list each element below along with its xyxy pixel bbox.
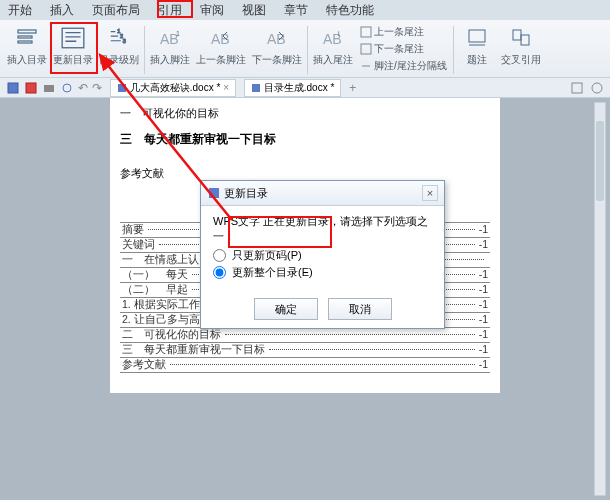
crossref-icon	[506, 23, 536, 53]
menu-section[interactable]: 章节	[284, 2, 308, 19]
svg-point-21	[63, 84, 71, 92]
menu-pagelayout[interactable]: 页面布局	[92, 2, 140, 19]
svg-rect-2	[18, 41, 32, 43]
doc-tab-1[interactable]: 几大高效秘诀.docx * ×	[110, 79, 236, 97]
toc-text: （二） 早起	[122, 283, 188, 297]
svg-text:3: 3	[123, 38, 126, 44]
ok-button[interactable]: 确定	[254, 298, 318, 320]
btn-prev-footnote[interactable]: AB 上一条脚注	[193, 22, 249, 68]
toc-text: 三 每天都重新审视一下目标	[122, 343, 265, 357]
footnote-icon: AB1	[155, 23, 185, 53]
btn-insert-toc[interactable]: 插入目录	[4, 22, 50, 68]
cancel-button[interactable]: 取消	[328, 298, 392, 320]
dialog-title: 更新目录	[224, 186, 268, 201]
radio-update-all[interactable]	[213, 266, 226, 279]
dialog-titlebar[interactable]: 更新目录 ×	[201, 181, 444, 206]
toc-page: -1	[479, 298, 488, 310]
toc-page: -1	[479, 313, 488, 325]
dialog-message: WPS文字 正在更新目录，请选择下列选项之一：	[213, 214, 432, 244]
btn-next-footnote[interactable]: AB 下一条脚注	[249, 22, 305, 68]
body-line: 一 可视化你的目标	[120, 106, 490, 121]
toc-page: -1	[479, 328, 488, 340]
radio-update-pages[interactable]	[213, 249, 226, 262]
next-footnote-icon: AB	[262, 23, 292, 53]
btn-caption[interactable]: 题注	[456, 22, 498, 68]
prev-footnote-icon: AB	[206, 23, 236, 53]
update-toc-dialog: 更新目录 × WPS文字 正在更新目录，请选择下列选项之一： 只更新页码(P) …	[200, 180, 445, 329]
toc-page: -1	[479, 268, 488, 280]
svg-rect-15	[469, 30, 485, 42]
btn-update-toc[interactable]: 更新目录	[50, 22, 96, 68]
svg-rect-22	[118, 84, 126, 92]
body-heading: 三 每天都重新审视一下目标	[120, 131, 490, 148]
menu-start[interactable]: 开始	[8, 2, 32, 19]
feedback-icon[interactable]	[590, 81, 604, 95]
radio-label: 更新整个目录(E)	[232, 265, 313, 280]
radio-label: 只更新页码(P)	[232, 248, 302, 263]
save-icon[interactable]	[6, 81, 20, 95]
insert-toc-icon	[12, 23, 42, 53]
toc-row: 三 每天都重新审视一下目标-1	[120, 342, 490, 358]
toc-page: -1	[479, 283, 488, 295]
ribbon-divider	[453, 26, 454, 74]
svg-rect-19	[26, 83, 36, 93]
svg-rect-20	[44, 85, 54, 92]
toc-page: -1	[479, 238, 488, 250]
menu-insert[interactable]: 插入	[50, 2, 74, 19]
toc-page: -1	[479, 343, 488, 355]
btn-prev-endnote[interactable]: 上一条尾注	[356, 24, 451, 40]
print-icon[interactable]	[42, 81, 56, 95]
close-tab-icon[interactable]: ×	[223, 82, 229, 93]
endnote-icon: ABi	[318, 23, 348, 53]
toc-page: -1	[479, 358, 488, 370]
pdf-icon[interactable]	[24, 81, 38, 95]
quick-access-bar: ↶ ↷ 几大高效秘诀.docx * × 目录生成.docx * +	[0, 78, 610, 98]
svg-text:1: 1	[176, 30, 180, 37]
dialog-close-button[interactable]: ×	[422, 185, 438, 201]
svg-text:AB: AB	[267, 31, 286, 47]
ribbon-divider	[307, 26, 308, 74]
svg-rect-3	[62, 28, 84, 48]
menu-references[interactable]: 引用	[158, 2, 182, 19]
wps-icon	[207, 186, 221, 200]
ribbon-toolbar: 插入目录 更新目录 123 目录级别 AB1 插入脚注 AB 上一条脚注 AB …	[0, 20, 610, 78]
btn-separator[interactable]: 脚注/尾注分隔线	[356, 58, 451, 74]
svg-rect-26	[209, 188, 219, 198]
svg-rect-23	[252, 84, 260, 92]
svg-rect-24	[572, 83, 582, 93]
toc-page: -1	[479, 223, 488, 235]
toc-text: （一） 每天	[122, 268, 188, 282]
toc-row: 二 可视化你的目标-1	[120, 327, 490, 343]
toc-text: 参考文献	[122, 358, 166, 372]
scrollbar-thumb[interactable]	[596, 121, 604, 201]
new-tab-icon[interactable]: +	[349, 81, 356, 95]
skin-icon[interactable]	[570, 81, 584, 95]
btn-crossref[interactable]: 交叉引用	[498, 22, 544, 68]
preview-icon[interactable]	[60, 81, 74, 95]
body-line: 参考文献	[120, 166, 490, 181]
vertical-scrollbar[interactable]	[594, 102, 606, 496]
menu-review[interactable]: 审阅	[200, 2, 224, 19]
svg-rect-13	[361, 27, 371, 37]
redo-icon[interactable]: ↷	[92, 81, 102, 95]
toc-text: 关键词	[122, 238, 155, 252]
btn-next-endnote[interactable]: 下一条尾注	[356, 41, 451, 57]
toc-text: 摘要	[122, 223, 144, 237]
undo-icon[interactable]: ↶	[78, 81, 88, 95]
menu-special[interactable]: 特色功能	[326, 2, 374, 19]
btn-toc-level[interactable]: 123 目录级别	[96, 22, 142, 68]
svg-rect-18	[8, 83, 18, 93]
menu-bar: 开始 插入 页面布局 引用 审阅 视图 章节 特色功能	[0, 0, 610, 20]
svg-rect-16	[513, 30, 521, 40]
btn-insert-footnote[interactable]: AB1 插入脚注	[147, 22, 193, 68]
endnote-sub-buttons: 上一条尾注 下一条尾注 脚注/尾注分隔线	[356, 22, 451, 74]
svg-text:AB: AB	[211, 31, 230, 47]
btn-insert-endnote[interactable]: ABi 插入尾注	[310, 22, 356, 68]
doc-tab-2[interactable]: 目录生成.docx *	[244, 79, 341, 97]
menu-view[interactable]: 视图	[242, 2, 266, 19]
ribbon-divider	[144, 26, 145, 74]
svg-rect-1	[18, 36, 32, 38]
toc-text: 一 在情感上认同	[122, 253, 210, 267]
caption-icon	[462, 23, 492, 53]
toc-text: 二 可视化你的目标	[122, 328, 221, 342]
